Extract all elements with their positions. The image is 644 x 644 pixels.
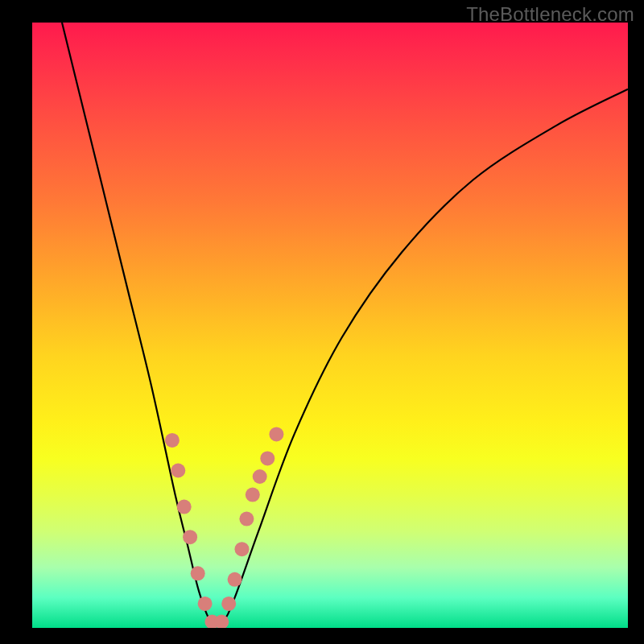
highlight-dot: [269, 427, 283, 441]
highlight-dot: [221, 597, 236, 611]
highlight-dot: [183, 530, 197, 544]
highlight-dot: [198, 597, 213, 611]
highlight-dot: [228, 572, 242, 587]
highlight-dot: [246, 488, 260, 502]
highlight-dot: [253, 469, 267, 484]
highlight-dot: [171, 464, 185, 478]
highlight-dot: [191, 566, 205, 580]
plot-area: [32, 23, 628, 628]
highlight-dot: [177, 500, 192, 514]
highlight-dot: [235, 542, 250, 556]
bottleneck-curve: [62, 23, 628, 625]
highlight-dot: [260, 451, 275, 465]
highlight-dot: [165, 433, 180, 448]
highlight-dot: [239, 512, 254, 526]
bottleneck-curve-svg: [32, 23, 628, 628]
chart-frame: TheBottleneck.com: [0, 0, 644, 644]
